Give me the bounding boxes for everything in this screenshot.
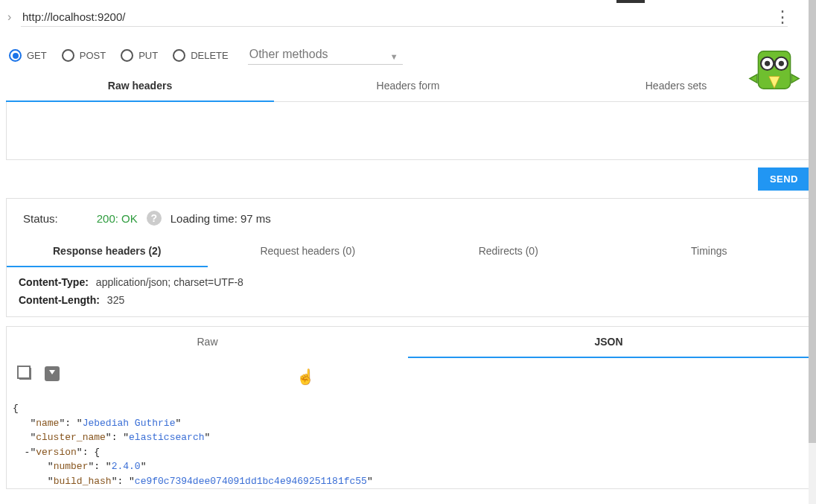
json-key: number bbox=[54, 461, 89, 472]
radio-icon bbox=[173, 49, 185, 62]
loading-time-value: 97 ms bbox=[240, 212, 271, 225]
svg-marker-6 bbox=[791, 74, 799, 83]
tab-body-json[interactable]: JSON bbox=[408, 327, 809, 358]
header-value: 325 bbox=[107, 294, 124, 306]
header-key: Content-Length: bbox=[19, 294, 100, 306]
loading-time-label: Loading time: bbox=[170, 212, 238, 225]
send-button[interactable]: SEND bbox=[758, 168, 810, 191]
svg-point-4 bbox=[779, 61, 784, 66]
method-post[interactable]: POST bbox=[62, 49, 106, 62]
header-value: application/json; charset=UTF-8 bbox=[96, 276, 243, 288]
radio-icon bbox=[121, 49, 133, 62]
tab-redirects[interactable]: Redirects (0) bbox=[408, 236, 609, 267]
response-body-box: Raw JSON { "name": "Jebediah Guthrie" "c… bbox=[6, 326, 810, 489]
method-post-label: POST bbox=[80, 50, 106, 61]
json-key: cluster_name bbox=[36, 432, 106, 443]
method-delete-label: DELETE bbox=[191, 50, 229, 61]
header-row: Content-Type: application/json; charset=… bbox=[19, 273, 796, 291]
url-input[interactable] bbox=[21, 7, 788, 27]
tab-response-headers[interactable]: Response headers (2) bbox=[7, 236, 208, 267]
radio-selected-icon bbox=[9, 49, 22, 62]
method-delete[interactable]: DELETE bbox=[173, 49, 229, 62]
download-icon[interactable] bbox=[44, 366, 60, 382]
json-value: ce9f0c7394dee074091dd1bc4e9469251181fc55 bbox=[135, 476, 367, 487]
response-status-box: Status: 200: OK ? Loading time: 97 ms Re… bbox=[6, 198, 810, 317]
json-body: { "name": "Jebediah Guthrie" "cluster_na… bbox=[7, 385, 809, 488]
response-headers-list: Content-Type: application/json; charset=… bbox=[7, 267, 809, 316]
json-value: 2.4.0 bbox=[112, 461, 141, 472]
json-key: build_hash bbox=[54, 476, 112, 487]
header-tabs: Raw headers Headers form Headers sets bbox=[6, 72, 810, 102]
method-put[interactable]: PUT bbox=[121, 49, 158, 62]
json-value: Jebediah Guthrie bbox=[83, 418, 176, 429]
method-put-label: PUT bbox=[138, 50, 158, 61]
status-code: 200: OK bbox=[97, 212, 138, 225]
app-owl-logo bbox=[748, 43, 801, 97]
method-radio-group: GET POST PUT DELETE Other methods ▼ bbox=[6, 46, 810, 65]
method-get-label: GET bbox=[27, 50, 47, 61]
status-tabs: Response headers (2) Request headers (0)… bbox=[7, 236, 809, 267]
json-key: version bbox=[36, 447, 77, 458]
json-key: name bbox=[36, 418, 59, 429]
tab-timings[interactable]: Timings bbox=[609, 236, 810, 267]
tab-request-headers[interactable]: Request headers (0) bbox=[208, 236, 409, 267]
raw-headers-textarea[interactable] bbox=[6, 102, 810, 160]
tab-headers-form[interactable]: Headers form bbox=[274, 72, 542, 101]
more-vert-icon[interactable]: ⋮ bbox=[774, 9, 791, 25]
json-value: elasticsearch bbox=[129, 432, 204, 443]
svg-point-3 bbox=[765, 61, 770, 66]
svg-marker-7 bbox=[750, 74, 757, 83]
loading-time: Loading time: 97 ms bbox=[170, 212, 271, 225]
copy-icon[interactable] bbox=[17, 366, 34, 382]
tab-body-raw[interactable]: Raw bbox=[7, 327, 408, 358]
other-methods-dropdown[interactable]: Other methods ▼ bbox=[248, 46, 403, 65]
header-row: Content-Length: 325 bbox=[19, 291, 796, 309]
body-toolbar bbox=[7, 358, 809, 385]
help-icon[interactable]: ? bbox=[147, 211, 162, 226]
chevron-down-icon: ▼ bbox=[390, 52, 398, 61]
chevron-right-icon: › bbox=[6, 10, 21, 24]
tab-raw-headers[interactable]: Raw headers bbox=[6, 72, 274, 102]
radio-icon bbox=[62, 49, 74, 62]
header-key: Content-Type: bbox=[19, 276, 89, 288]
other-methods-label: Other methods bbox=[249, 48, 328, 60]
body-tabs: Raw JSON bbox=[7, 327, 809, 358]
scrollbar-thumb[interactable] bbox=[809, 0, 816, 443]
status-label: Status: bbox=[23, 212, 58, 225]
window-crop-artifact bbox=[616, 0, 645, 3]
method-get[interactable]: GET bbox=[9, 49, 47, 62]
